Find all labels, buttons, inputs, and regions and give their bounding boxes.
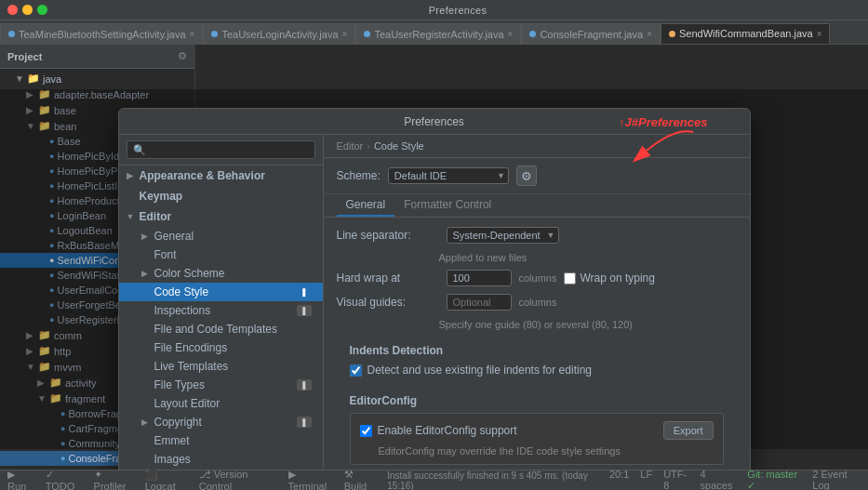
indents-detection-checkbox[interactable] xyxy=(350,364,362,377)
breadcrumb-current: Code Style xyxy=(374,140,424,152)
scheme-gear-button[interactable]: ⚙ xyxy=(516,166,537,186)
hard-wrap-row: Hard wrap at columns Wrap on typing xyxy=(337,270,737,286)
prefs-search-container xyxy=(119,135,323,166)
visual-guides-row: Visual guides: columns xyxy=(337,294,737,311)
nav-copyright[interactable]: ▶ Copyright ❚ xyxy=(119,413,323,431)
prefs-title: Preferences xyxy=(404,115,464,128)
visual-guides-label: Visual guides: xyxy=(337,296,439,309)
status-right: 20:1 LF UTF-8 4 spaces Git: master ✓ 2 E… xyxy=(609,469,861,490)
status-spaces: 4 spaces xyxy=(701,469,737,490)
nav-file-types[interactable]: File Types ❚ xyxy=(119,376,323,394)
nav-font[interactable]: Font xyxy=(119,245,323,264)
project-title: Project xyxy=(7,51,42,62)
status-encoding: LF xyxy=(640,469,652,490)
nav-inspections[interactable]: Inspections ❚ xyxy=(119,301,323,320)
export-button[interactable]: Export xyxy=(663,421,714,440)
tab-send-wifi[interactable]: SendWifiCommandBean.java × xyxy=(661,23,831,44)
prefs-content: Editor › Code Style Scheme: Default IDE … xyxy=(324,135,750,490)
breadcrumb: Editor › Code Style xyxy=(324,135,750,158)
status-message: Install successfully finished in 9 s 405… xyxy=(387,470,598,491)
status-profiler[interactable]: ✦ Profiler xyxy=(94,469,134,490)
indents-detection-row: Detect and use existing file indents for… xyxy=(337,361,737,379)
editorconfig-box: Enable EditorConfig support Export Edito… xyxy=(350,413,724,465)
status-todo[interactable]: ✓ TODO xyxy=(46,469,83,490)
status-run[interactable]: ▶ Run xyxy=(7,469,34,490)
dialog-overlay: Preferences ▶ Appearance & Behavior Keym… xyxy=(0,89,868,449)
status-build[interactable]: ⚒ Build xyxy=(344,469,376,490)
form-section: Line separator: System-Dependent Unix (\… xyxy=(324,218,750,482)
nav-live-templates[interactable]: Live Templates xyxy=(119,357,323,376)
tab-general[interactable]: General xyxy=(337,194,395,217)
tab-tea-mine[interactable]: TeaMineBluetoothSettingActivity.java × xyxy=(0,23,203,44)
top-bar: Preferences xyxy=(0,0,868,20)
editorconfig-hint: EditorConfig may override the IDE code s… xyxy=(360,445,714,457)
hard-wrap-hint: columns xyxy=(519,272,557,284)
status-git: Git: master ✓ xyxy=(747,469,801,490)
nav-file-code-templates[interactable]: File and Code Templates xyxy=(119,320,323,338)
editorconfig-check-row: Enable EditorConfig support xyxy=(360,424,517,437)
nav-emmet[interactable]: Emmet xyxy=(119,431,323,450)
tab-tea-user-register[interactable]: TeaUserRegisterActivity.java × xyxy=(355,23,521,44)
hard-wrap-label: Hard wrap at xyxy=(337,271,439,285)
nav-code-style[interactable]: Code Style ❚ xyxy=(119,283,323,301)
project-settings-icon[interactable]: ⚙ xyxy=(178,50,187,62)
maximize-button[interactable] xyxy=(37,5,47,15)
nav-appearance[interactable]: ▶ Appearance & Behavior xyxy=(119,166,323,186)
status-bar: ▶ Run ✓ TODO ✦ Profiler ⬛ Logcat ⎇ Versi… xyxy=(0,470,868,490)
line-separator-label: Line separator: xyxy=(337,229,439,242)
line-separator-hint: Applied to new files xyxy=(439,252,527,263)
nav-editor[interactable]: ▼ Editor xyxy=(119,206,323,227)
prefs-body: ▶ Appearance & Behavior Keymap ▼ Editor … xyxy=(119,135,750,490)
status-terminal[interactable]: ▶ Terminal xyxy=(288,469,333,490)
nav-keymap[interactable]: Keymap xyxy=(119,186,323,206)
visual-guides-sub-hint: Specify one guide (80) or several (80, 1… xyxy=(439,319,634,330)
tab-console-fragment[interactable]: ConsoleFragment.java × xyxy=(521,23,661,44)
editorconfig-enable-label: Enable EditorConfig support xyxy=(378,424,517,437)
traffic-lights xyxy=(7,5,47,15)
indents-detection-label: Detect and use existing file indents for… xyxy=(367,364,592,377)
line-separator-row: Line separator: System-Dependent Unix (\… xyxy=(337,227,737,244)
prefs-search-input[interactable] xyxy=(127,140,315,159)
wrap-on-typing-checkbox[interactable] xyxy=(564,272,576,285)
scheme-row: Scheme: Default IDE Project ▼ ⚙ xyxy=(324,158,750,194)
line-separator-select[interactable]: System-Dependent Unix (\n) Windows (\r\n… xyxy=(447,227,559,244)
status-event-log[interactable]: 2 Event Log xyxy=(812,469,861,490)
nav-layout-editor[interactable]: Layout Editor xyxy=(119,394,323,413)
minimize-button[interactable] xyxy=(22,5,33,15)
scheme-select[interactable]: Default IDE Project xyxy=(388,167,509,184)
editorconfig-heading: EditorConfig xyxy=(350,394,724,413)
content-tabs: General Formatter Control xyxy=(324,194,750,218)
visual-guides-input[interactable] xyxy=(447,294,512,311)
wrap-on-typing-row: Wrap on typing xyxy=(564,271,655,285)
nav-color-scheme[interactable]: ▶ Color Scheme xyxy=(119,264,323,283)
editorconfig-enable-checkbox[interactable] xyxy=(360,425,372,437)
breadcrumb-parent: Editor xyxy=(337,140,364,152)
breadcrumb-separator: › xyxy=(367,140,370,152)
scheme-label: Scheme: xyxy=(337,169,381,182)
status-logcat[interactable]: ⬛ Logcat xyxy=(145,469,188,490)
tab-tea-user-login[interactable]: TeaUserLoginActivity.java × xyxy=(203,23,355,44)
close-button[interactable] xyxy=(7,5,18,15)
nav-file-encodings[interactable]: File Encodings xyxy=(119,338,323,357)
status-version-control[interactable]: ⎇ Version Control xyxy=(199,469,277,490)
preferences-dialog: Preferences ▶ Appearance & Behavior Keym… xyxy=(118,108,751,490)
tab-bar: TeaMineBluetoothSettingActivity.java × T… xyxy=(0,20,868,45)
status-charset: UTF-8 xyxy=(663,469,688,490)
status-position: 20:1 xyxy=(609,469,629,490)
hard-wrap-input[interactable] xyxy=(447,270,512,286)
prefs-nav: ▶ Appearance & Behavior Keymap ▼ Editor … xyxy=(119,135,324,490)
tab-formatter-control[interactable]: Formatter Control xyxy=(394,194,501,217)
prefs-title-bar: Preferences xyxy=(119,109,750,135)
window-title: Preferences xyxy=(55,5,861,16)
editorconfig-header: Enable EditorConfig support Export xyxy=(360,421,714,440)
project-header: Project ⚙ xyxy=(0,45,194,69)
tree-item-java[interactable]: ▼ 📁 java xyxy=(0,71,194,86)
nav-general[interactable]: ▶ General xyxy=(119,227,323,245)
wrap-on-typing-label: Wrap on typing xyxy=(580,271,655,285)
visual-guides-hint: columns xyxy=(519,297,557,308)
editorconfig-section: EditorConfig Enable EditorConfig support… xyxy=(337,383,737,472)
nav-images[interactable]: Images xyxy=(119,450,323,469)
indents-detection-heading: Indents Detection xyxy=(337,340,737,361)
